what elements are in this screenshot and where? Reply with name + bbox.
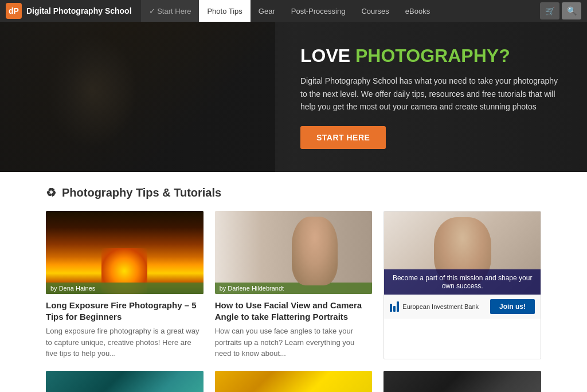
article-thumb-1: by Dena Haines — [46, 211, 204, 294]
section-title-text: Photography Tips & Tutorials — [62, 186, 221, 199]
nav-links: ✓ Start Here Photo Tips Gear Post-Proces… — [141, 0, 540, 22]
nav-link-courses[interactable]: Courses — [353, 0, 397, 22]
bottom-article-grid — [46, 371, 541, 393]
brand-name: Digital Photography School — [26, 6, 132, 15]
article-author-2: by Darlene Hildebrandt — [215, 283, 373, 294]
nav-link-post-processing[interactable]: Post-Processing — [283, 0, 354, 22]
hero-cta-button[interactable]: START HERE — [300, 126, 386, 149]
bottom-thumb-1 — [46, 371, 204, 393]
ad-image: Become a part of this mission and shape … — [384, 211, 541, 295]
ad-join-button[interactable]: Join us! — [490, 299, 535, 314]
advertisement-card: Become a part of this mission and shape … — [383, 211, 541, 359]
bottom-thumb-3 — [383, 371, 541, 393]
article-card-2[interactable]: by Darlene Hildebrandt How to Use Facial… — [215, 211, 373, 359]
ad-logo-label: European Investment Bank — [402, 303, 479, 310]
section-header: ♻ Photography Tips & Tutorials — [46, 186, 541, 199]
bottom-article-card-3[interactable] — [383, 371, 541, 393]
article-grid: by Dena Haines Long Exposure Fire Photog… — [46, 211, 541, 359]
article-card-1[interactable]: by Dena Haines Long Exposure Fire Photog… — [46, 211, 204, 359]
ad-footer: European Investment Bank Join us! — [384, 295, 541, 319]
nav-brand[interactable]: dP Digital Photography School — [6, 3, 132, 19]
eib-logo-icon — [390, 301, 399, 312]
search-button[interactable]: 🔍 — [562, 2, 581, 19]
nav-link-ebooks[interactable]: eBooks — [397, 0, 438, 22]
cart-button[interactable]: 🛒 — [540, 2, 559, 19]
article-excerpt-1: Long exposure fire photography is a grea… — [46, 326, 204, 359]
brand-logo: dP — [6, 3, 22, 19]
article-excerpt-2: How can you use face angles to take your… — [215, 326, 373, 359]
ad-overlay-text: Become a part of this mission and shape … — [384, 269, 541, 295]
nav-icons: 🛒 🔍 — [540, 2, 581, 19]
article-title-1[interactable]: Long Exposure Fire Photography – 5 Tips … — [46, 300, 204, 322]
section-icon: ♻ — [46, 186, 56, 199]
navbar: dP Digital Photography School ✓ Start He… — [0, 0, 587, 22]
nav-link-start-here[interactable]: ✓ Start Here — [141, 0, 199, 22]
hero-content: LOVE PHOTOGRAPHY? Digital Photography Sc… — [300, 45, 564, 149]
bottom-article-card-1[interactable] — [46, 371, 204, 393]
nav-link-photo-tips[interactable]: Photo Tips — [199, 0, 250, 22]
bottom-article-card-2[interactable] — [215, 371, 373, 393]
bottom-thumb-2 — [215, 371, 373, 393]
hero-title: LOVE PHOTOGRAPHY? — [300, 45, 564, 66]
article-title-2[interactable]: How to Use Facial View and Camera Angle … — [215, 300, 373, 322]
main-content: ♻ Photography Tips & Tutorials by Dena H… — [0, 172, 587, 392]
nav-link-gear[interactable]: Gear — [251, 0, 283, 22]
hero-section: LOVE PHOTOGRAPHY? Digital Photography Sc… — [0, 22, 587, 172]
article-author-1: by Dena Haines — [46, 283, 204, 294]
article-thumb-2: by Darlene Hildebrandt — [215, 211, 373, 294]
hero-description: Digital Photography School has what you … — [300, 75, 564, 113]
ad-logo: European Investment Bank — [390, 301, 479, 312]
